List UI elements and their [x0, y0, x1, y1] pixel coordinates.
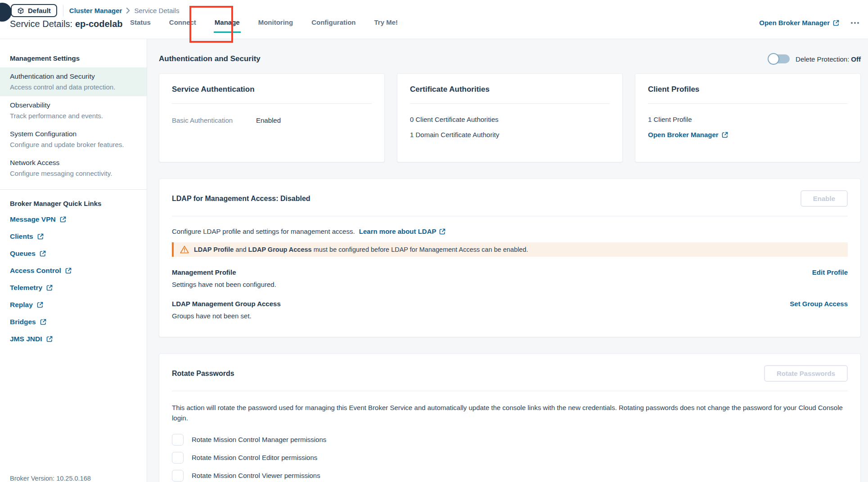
external-link-icon: [40, 319, 46, 325]
quick-links-title: Broker Manager Quick Links: [0, 190, 147, 211]
open-broker-manager-link[interactable]: Open Broker Manager: [759, 19, 839, 27]
management-profile-title: Management Profile: [172, 268, 276, 276]
rotate-passwords-panel: Rotate Passwords Rotate Passwords This a…: [159, 353, 861, 482]
page-title: Service Details:ep-codelab: [10, 19, 123, 29]
delete-protection-control: Delete Protection:Off: [769, 54, 861, 63]
basic-auth-label: Basic Authentication: [172, 116, 256, 124]
sidebar-item-authentication-security[interactable]: Authentication and Security Access contr…: [0, 67, 147, 96]
sidebar-item-subtitle: Configure messaging connectivity.: [10, 170, 137, 177]
rotate-passwords-description: This action will rotate the password use…: [172, 402, 848, 424]
main-content: Authentication and Security Delete Prote…: [148, 39, 868, 482]
quick-link-bridges[interactable]: Bridges: [0, 313, 147, 330]
ellipsis-icon: [851, 22, 853, 24]
quick-link-replay[interactable]: Replay: [0, 296, 147, 313]
delete-protection-toggle[interactable]: [769, 54, 790, 63]
external-link-icon: [40, 250, 46, 257]
sidebar: Management Settings Authentication and S…: [0, 39, 147, 482]
checkbox-viewer[interactable]: [172, 470, 184, 482]
tab-monitoring[interactable]: Monitoring: [257, 18, 294, 33]
environment-badge[interactable]: Default: [11, 4, 57, 17]
external-link-icon: [37, 233, 44, 240]
domain-ca-count: 1 Domain Certificate Authority: [410, 131, 610, 138]
client-profile-count: 1 Client Profile: [648, 116, 848, 123]
enable-ldap-button[interactable]: Enable: [801, 190, 848, 207]
tab-connect[interactable]: Connect: [168, 18, 197, 33]
external-link-icon: [37, 302, 43, 308]
service-details-page: Default Cluster Manager Service Details …: [0, 0, 868, 482]
warning-triangle-icon: [180, 245, 189, 254]
sidebar-item-title: System Configuration: [10, 130, 137, 138]
external-link-icon: [722, 132, 728, 138]
broker-version: Broker Version: 10.25.0.168: [10, 475, 91, 482]
sidebar-item-subtitle: Configure and update broker features.: [10, 141, 137, 148]
card-title: Client Profiles: [648, 85, 848, 94]
external-link-icon: [833, 20, 839, 26]
quick-link-clients[interactable]: Clients: [0, 228, 147, 245]
page-heading: Authentication and Security: [159, 54, 261, 63]
external-link-icon: [439, 228, 445, 235]
sidebar-item-title: Observability: [10, 101, 137, 109]
summary-cards-row: Service Authentication Basic Authenticat…: [159, 73, 861, 162]
breadcrumb: Cluster Manager Service Details: [69, 7, 180, 14]
external-link-icon: [46, 336, 53, 342]
card-title: Certificate Authorities: [410, 85, 610, 94]
checkbox-manager[interactable]: [172, 434, 184, 446]
checkbox-row-manager[interactable]: Rotate Mission Control Manager permissio…: [172, 434, 848, 446]
environment-badge-label: Default: [28, 7, 51, 14]
checkbox-editor[interactable]: [172, 452, 184, 464]
set-group-access-link[interactable]: Set Group Access: [790, 300, 848, 308]
card-title: Service Authentication: [172, 85, 372, 94]
header-top-row: Default Cluster Manager Service Details: [11, 4, 179, 17]
card-divider: [172, 103, 372, 104]
quick-link-jms-jndi[interactable]: JMS JNDI: [0, 330, 147, 348]
breadcrumb-cluster-manager[interactable]: Cluster Manager: [69, 7, 122, 14]
quick-link-access-control[interactable]: Access Control: [0, 262, 147, 279]
management-profile-status: Settings have not been configured.: [172, 281, 276, 288]
more-menu-button[interactable]: [850, 19, 860, 27]
panel-divider: [172, 391, 848, 391]
chevron-right-icon: [126, 8, 130, 13]
external-link-icon: [60, 216, 66, 223]
tab-bar: Status Connect Manage Monitoring Configu…: [129, 18, 399, 33]
group-access-row: LDAP Management Group Access Groups have…: [172, 300, 848, 320]
sidebar-section-title: Management Settings: [0, 39, 147, 67]
external-link-icon: [46, 285, 53, 291]
tab-try-me[interactable]: Try Me!: [373, 18, 399, 33]
rotate-panel-header: Rotate Passwords Rotate Passwords: [172, 365, 848, 382]
card-open-broker-manager-link[interactable]: Open Broker Manager: [648, 131, 728, 138]
tab-status[interactable]: Status: [129, 18, 152, 33]
quick-link-telemetry[interactable]: Telemetry: [0, 279, 147, 296]
ldap-intro: Configure LDAP profile and settings for …: [172, 228, 848, 235]
rotate-passwords-button[interactable]: Rotate Passwords: [764, 365, 848, 382]
tab-configuration[interactable]: Configuration: [310, 18, 356, 33]
sidebar-item-system-configuration[interactable]: System Configuration Configure and updat…: [0, 125, 147, 154]
group-access-status: Groups have not been set.: [172, 312, 281, 320]
rotate-checkbox-group: Rotate Mission Control Manager permissio…: [172, 434, 848, 482]
certificate-authorities-card: Certificate Authorities 0 Client Certifi…: [397, 73, 623, 162]
header-divider: [63, 5, 63, 17]
external-link-icon: [65, 268, 72, 274]
header-actions: Open Broker Manager: [759, 19, 860, 27]
ldap-title: LDAP for Management Access: Disabled: [172, 195, 310, 203]
delete-protection-state: Off: [851, 55, 861, 63]
client-ca-count: 0 Client Certificate Authorities: [410, 116, 610, 123]
rotate-passwords-title: Rotate Passwords: [172, 370, 234, 378]
main-header-row: Authentication and Security Delete Prote…: [159, 54, 861, 63]
sidebar-item-network-access[interactable]: Network Access Configure messaging conne…: [0, 154, 147, 183]
quick-link-message-vpn[interactable]: Message VPN: [0, 211, 147, 228]
top-header: Default Cluster Manager Service Details …: [0, 0, 868, 39]
sidebar-item-subtitle: Track performance and events.: [10, 112, 137, 120]
basic-auth-value: Enabled: [256, 116, 281, 124]
package-icon: [17, 7, 24, 14]
open-broker-manager-label: Open Broker Manager: [759, 19, 830, 27]
ldap-warning-banner: LDAP Profile and LDAP Group Access must …: [172, 242, 848, 257]
sidebar-item-observability[interactable]: Observability Track performance and even…: [0, 96, 147, 125]
client-profiles-card: Client Profiles 1 Client Profile Open Br…: [635, 73, 861, 162]
checkbox-row-viewer[interactable]: Rotate Mission Control Viewer permission…: [172, 470, 848, 482]
learn-more-ldap-link[interactable]: Learn more about LDAP: [359, 228, 446, 235]
edit-profile-link[interactable]: Edit Profile: [812, 268, 848, 276]
checkbox-row-editor[interactable]: Rotate Mission Control Editor permission…: [172, 452, 848, 464]
tab-manage[interactable]: Manage: [214, 18, 241, 33]
basic-auth-row: Basic Authentication Enabled: [172, 116, 372, 124]
quick-link-queues[interactable]: Queues: [0, 245, 147, 262]
